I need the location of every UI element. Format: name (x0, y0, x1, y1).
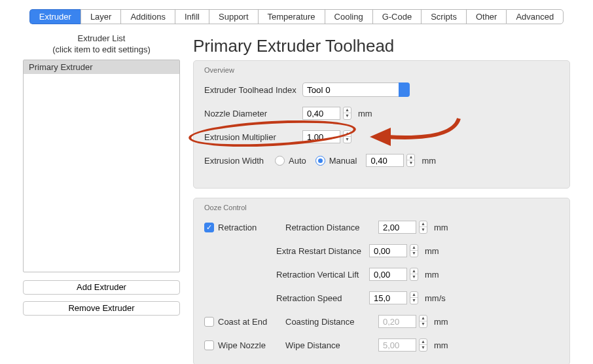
stepper-arrows-icon[interactable]: ▲▼ (410, 244, 418, 257)
extrusion-width-label: Extrusion Width (204, 156, 275, 166)
check-icon (204, 317, 214, 327)
unit-label: mm/s (425, 293, 446, 303)
unit-label: mm (422, 156, 436, 166)
stepper-arrows-icon[interactable]: ▲▼ (343, 107, 351, 120)
overview-group: Overview Extruder Toolhead Index Tool 0 … (193, 60, 570, 189)
extrusion-width-auto-radio[interactable]: Auto (275, 156, 306, 166)
retraction-vertical-lift-label: Retraction Vertical Lift (276, 270, 369, 280)
extrusion-width-manual-radio[interactable]: Manual (315, 156, 357, 166)
tab-extruder[interactable]: Extruder (29, 9, 81, 24)
unit-label: mm (434, 317, 448, 327)
main-panel: Primary Extruder Toolhead Overview Extru… (193, 33, 570, 364)
tab-layer[interactable]: Layer (81, 9, 121, 24)
tab-g-code[interactable]: G-Code (372, 9, 422, 24)
stepper-arrows-icon[interactable]: ▲▼ (406, 154, 415, 167)
extruder-list-heading: Extruder List (click item to edit settin… (23, 33, 180, 56)
retraction-speed-label: Retraction Speed (276, 293, 369, 303)
nozzle-diameter-input[interactable] (302, 107, 340, 120)
unit-label: mm (425, 246, 439, 256)
tab-additions[interactable]: Additions (120, 9, 174, 24)
ooze-control-group: Ooze Control ✓ Retraction Retraction Dis… (193, 198, 570, 364)
extra-restart-distance-label: Extra Restart Distance (276, 246, 369, 256)
stepper-arrows-icon[interactable]: ▲▼ (343, 130, 351, 143)
page-title: Primary Extruder Toolhead (193, 36, 570, 56)
radio-icon (315, 156, 325, 166)
retraction-vertical-lift-input[interactable] (369, 268, 407, 281)
remove-extruder-button[interactable]: Remove Extruder (23, 301, 180, 316)
retraction-checkbox[interactable]: ✓ Retraction (204, 223, 276, 232)
radio-icon (275, 156, 285, 166)
group-legend: Overview (204, 66, 559, 74)
stepper-arrows-icon[interactable]: ▲▼ (410, 268, 418, 281)
tab-advanced[interactable]: Advanced (506, 9, 564, 24)
stepper-arrows-icon[interactable]: ▲▼ (410, 291, 418, 304)
coasting-distance-label: Coasting Distance (285, 317, 378, 327)
extrusion-width-input[interactable] (366, 154, 404, 167)
extruder-list[interactable]: Primary Extruder (23, 60, 180, 272)
tab-scripts[interactable]: Scripts (421, 9, 466, 24)
tab-support[interactable]: Support (209, 9, 258, 24)
retraction-distance-label: Retraction Distance (285, 223, 378, 232)
check-icon: ✓ (204, 223, 214, 232)
coasting-distance-input (378, 315, 416, 328)
wipe-distance-label: Wipe Distance (285, 340, 378, 350)
unit-label: mm (358, 109, 372, 118)
retraction-speed-input[interactable] (369, 291, 407, 304)
group-legend: Ooze Control (204, 204, 559, 211)
unit-label: mm (434, 340, 448, 350)
add-extruder-button[interactable]: Add Extruder (23, 280, 180, 295)
stepper-arrows-icon[interactable]: ▲▼ (419, 221, 427, 234)
nozzle-diameter-label: Nozzle Diameter (204, 109, 302, 118)
extra-restart-distance-input[interactable] (369, 244, 407, 257)
toolhead-index-select[interactable]: Tool 0 (302, 82, 410, 97)
extrusion-multiplier-input[interactable] (302, 130, 340, 143)
stepper-arrows-icon: ▲▼ (419, 315, 427, 328)
toolhead-index-label: Extruder Toolhead Index (204, 85, 302, 95)
tab-other[interactable]: Other (466, 9, 507, 24)
sidebar: Extruder List (click item to edit settin… (23, 33, 180, 364)
wipe-nozzle-checkbox[interactable]: Wipe Nozzle (204, 340, 276, 350)
stepper-arrows-icon: ▲▼ (419, 338, 427, 352)
check-icon (204, 340, 214, 350)
coast-at-end-checkbox[interactable]: Coast at End (204, 317, 276, 327)
wipe-distance-input (378, 338, 416, 352)
tab-infill[interactable]: Infill (175, 9, 209, 24)
retraction-distance-input[interactable] (378, 221, 416, 234)
tab-temperature[interactable]: Temperature (258, 9, 325, 24)
tab-cooling[interactable]: Cooling (325, 9, 372, 24)
extruder-list-item[interactable]: Primary Extruder (24, 60, 179, 74)
tab-bar: ExtruderLayerAdditionsInfillSupportTempe… (13, 9, 580, 24)
unit-label: mm (425, 270, 439, 280)
unit-label: mm (434, 223, 448, 232)
extrusion-multiplier-label: Extrusion Multiplier (204, 132, 302, 142)
